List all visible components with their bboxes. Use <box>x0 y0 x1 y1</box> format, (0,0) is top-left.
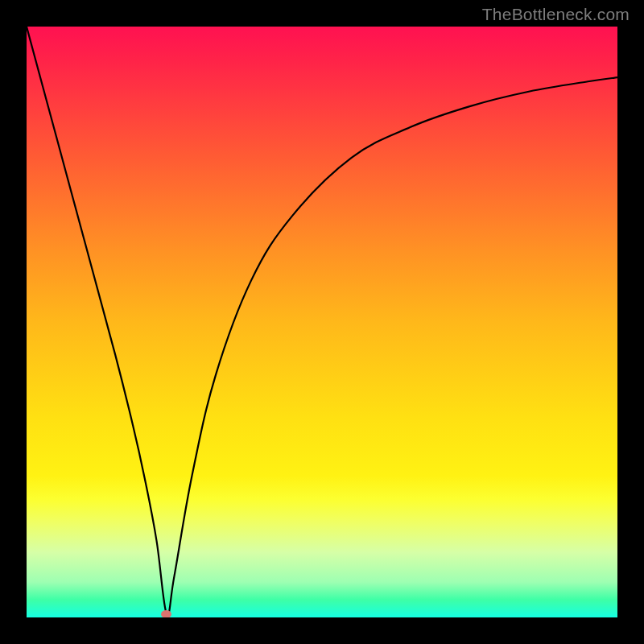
chart-frame: TheBottleneck.com <box>0 0 644 644</box>
bottleneck-curve <box>27 27 617 617</box>
minimum-marker <box>161 610 171 617</box>
curve-path <box>27 27 617 615</box>
watermark-text: TheBottleneck.com <box>482 5 630 24</box>
plot-area <box>27 27 617 617</box>
